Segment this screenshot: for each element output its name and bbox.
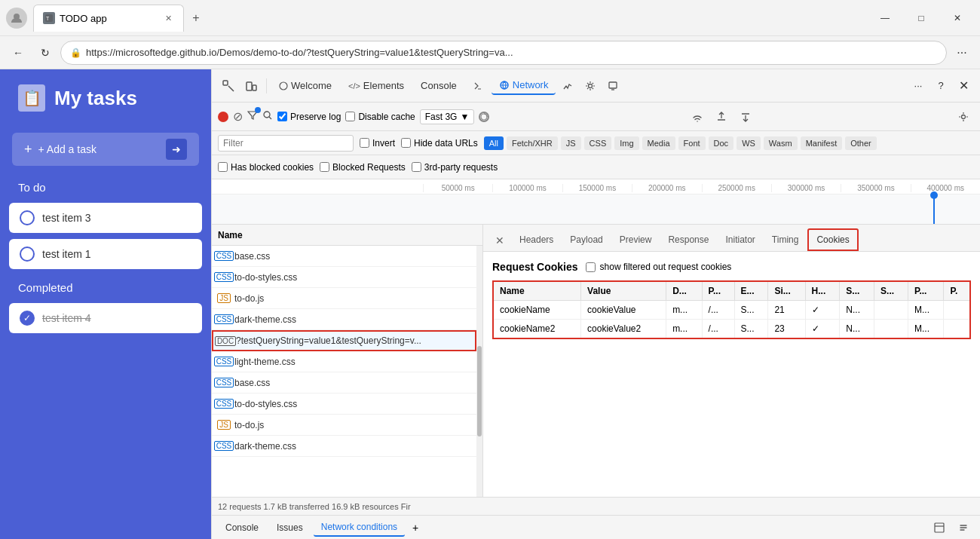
tab-welcome[interactable]: Welcome [271,77,339,94]
details-tab-cookies[interactable]: Cookies [807,228,858,251]
third-party-input[interactable] [412,162,421,172]
throttle-clear-button[interactable] [479,112,489,122]
invert-checkbox[interactable]: Invert [360,138,395,149]
blocked-requests-input[interactable] [320,162,329,172]
tab-network[interactable]: Network [492,76,556,95]
upload-icon[interactable] [711,106,732,127]
request-item-todo-js-2[interactable]: JS to-do.js [212,415,476,436]
request-item-todo-styles[interactable]: CSS to-do-styles.css [212,267,476,288]
request-item-query-string[interactable]: DOC ?testQueryString=value1&testQueryStr… [212,330,476,351]
network-settings-button[interactable] [953,106,974,127]
request-item-todo-styles-2[interactable]: CSS to-do-styles.css [212,394,476,415]
undock-button[interactable] [929,517,950,538]
address-bar[interactable]: 🔒 https://microsoftedge.github.io/Demos/… [60,41,947,65]
more-tools-button[interactable]: ··· [908,75,929,96]
col-h: H... [805,281,840,301]
svg-text:T: T [46,16,50,21]
maximize-button[interactable]: □ [905,8,938,29]
cookie-row-2[interactable]: cookieName2 cookieValue2 m... /... S... … [493,320,970,339]
settings-button[interactable] [580,75,601,96]
hide-urls-checkbox[interactable]: Hide data URLs [401,138,478,149]
show-filtered-checkbox[interactable]: show filtered out request cookies [586,262,732,272]
performance-button[interactable] [557,75,578,96]
bottom-tab-network-conditions[interactable]: Network conditions [314,519,405,537]
devtools-bottom-bar: Console Issues Network conditions + [212,515,980,539]
task-item-3[interactable]: ✓ test item 4 [9,303,202,333]
details-tab-preview[interactable]: Preview [612,230,660,251]
timeline-indicator [933,194,935,225]
tab-console[interactable]: Console [413,77,464,94]
chip-other[interactable]: Other [845,136,877,150]
search-button[interactable] [262,110,273,123]
download-icon[interactable] [735,106,756,127]
disable-cache-checkbox[interactable]: Disable cache [345,112,415,122]
request-item-base-css-1[interactable]: CSS base.css [212,246,476,267]
filter-button[interactable] [247,110,258,123]
chip-all[interactable]: All [484,136,504,150]
tab-close-button[interactable]: ✕ [162,12,174,24]
network-toolbar: ⊘ Preserve log Disable cache Fast [212,103,980,131]
request-item-todo-js[interactable]: JS to-do.js [212,288,476,309]
inspect-element-button[interactable] [218,75,239,96]
clear-button[interactable]: ⊘ [233,109,243,124]
filter-input[interactable] [218,135,354,152]
blocked-requests-checkbox[interactable]: Blocked Requests [320,162,406,173]
chip-fetch-xhr[interactable]: Fetch/XHR [507,136,558,150]
task-item-2[interactable]: test item 1 [9,239,202,269]
bottom-tab-issues[interactable]: Issues [269,519,311,536]
tab-elements[interactable]: </> Elements [341,77,412,94]
refresh-button[interactable]: ↻ [33,41,57,65]
add-tab-button[interactable]: + [408,520,423,535]
back-button[interactable]: ← [6,41,30,65]
request-item-dark-theme-2[interactable]: CSS dark-theme.css [212,436,476,457]
chip-js[interactable]: JS [561,136,581,150]
throttle-dropdown[interactable]: Fast 3G ▼ [420,109,475,124]
browser-menu-button[interactable]: ··· [950,41,974,65]
details-tab-headers[interactable]: Headers [512,230,561,251]
request-item-light-theme[interactable]: CSS light-theme.css [212,351,476,372]
tab-sources[interactable] [466,78,490,93]
details-tab-payload[interactable]: Payload [562,230,610,251]
devtools-close-button[interactable]: ✕ [953,75,974,96]
help-button[interactable]: ? [930,75,951,96]
hide-urls-input[interactable] [401,138,411,148]
device-emulation-button[interactable] [240,75,262,96]
task-item-1[interactable]: test item 3 [9,203,202,233]
request-item-base-css-2[interactable]: CSS base.css [212,372,476,394]
chip-img[interactable]: Img [614,136,639,150]
preserve-log-input[interactable] [277,112,287,121]
details-tab-timing[interactable]: Timing [764,230,807,251]
invert-input[interactable] [360,138,369,148]
request-list-scrollbar[interactable] [476,246,482,497]
add-task-button[interactable]: + + Add a task ➜ [12,133,199,166]
show-filtered-input[interactable] [586,262,596,272]
disable-cache-input[interactable] [345,112,355,121]
bottom-tab-console[interactable]: Console [218,519,266,536]
device2-button[interactable] [602,75,623,96]
preserve-log-checkbox[interactable]: Preserve log [277,112,341,122]
close-button[interactable]: ✕ [941,8,974,29]
details-tab-initiator[interactable]: Initiator [718,230,762,251]
chip-font[interactable]: Font [678,136,706,150]
chip-doc[interactable]: Doc [709,136,734,150]
chip-wasm[interactable]: Wasm [764,136,798,150]
has-blocked-cookies-input[interactable] [218,162,228,172]
third-party-checkbox[interactable]: 3rd-party requests [412,162,498,173]
cookie-row-1[interactable]: cookieName cookieValue m... /... S... 21… [493,301,970,320]
request-item-dark-theme[interactable]: CSS dark-theme.css [212,309,476,330]
minimize-button[interactable]: — [868,8,902,29]
record-button[interactable] [218,112,228,122]
settings-button-2[interactable] [953,517,974,538]
chip-manifest[interactable]: Manifest [801,136,843,150]
cookie-si-1: 21 [768,301,805,320]
details-close-button[interactable]: ✕ [489,230,510,251]
has-blocked-cookies-checkbox[interactable]: Has blocked cookies [218,162,314,173]
new-tab-button[interactable]: + [185,8,207,29]
chip-media[interactable]: Media [642,136,675,150]
wifi-icon[interactable] [687,106,708,127]
chip-ws[interactable]: WS [737,136,761,150]
details-tab-response[interactable]: Response [660,230,716,251]
active-tab[interactable]: T TODO app ✕ [33,5,184,32]
request-details: ✕ Headers Payload Preview Response Initi… [483,225,980,497]
chip-css[interactable]: CSS [584,136,612,150]
